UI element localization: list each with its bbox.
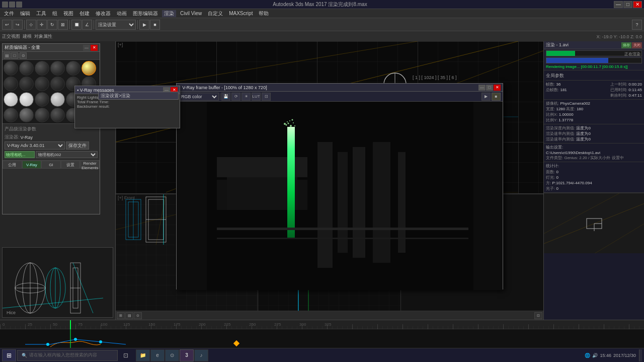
render-settings-strip: 渲染设置>渲染 [98, 92, 179, 100]
tb-scale[interactable]: ⊠ [58, 20, 68, 30]
tb-render-fb[interactable]: ■ [150, 20, 160, 30]
minimize-button[interactable]: — [614, 1, 623, 8]
menu-animation[interactable]: 动画 [115, 10, 129, 17]
tb-rotate[interactable]: ↻ [47, 20, 57, 30]
sub-mode-label: 建模 [23, 33, 32, 40]
taskbar-explorer[interactable]: 📁 [136, 349, 150, 361]
svg-text:275: 275 [274, 322, 281, 327]
fb-btn-lut[interactable]: LUT [252, 93, 261, 101]
camera-dropdown[interactable]: 物理相机002 [36, 151, 98, 158]
mat-ball-16[interactable] [50, 92, 65, 107]
fb-btn-reset[interactable]: ⟳ [231, 93, 240, 101]
menu-maxscript[interactable]: MAXScript [227, 11, 255, 16]
menu-custom[interactable]: 自定义 [206, 10, 225, 17]
fb-btn-render-start[interactable]: ▶ [481, 93, 491, 101]
tray-volume[interactable]: 🔊 [592, 353, 598, 358]
vray-frame-buffer: ▪ V-Ray frame buffer - [100% of 1280 x 7… [176, 83, 503, 289]
tab-settings[interactable]: 设置 [61, 161, 80, 169]
search-box[interactable]: 🔍 请在输入框内输入您想搜索的内容 [17, 350, 118, 361]
mat-toolbar-btn1[interactable]: ▤ [4, 52, 11, 59]
menu-group[interactable]: 组 [50, 10, 59, 17]
task-view-button[interactable]: ⊡ [119, 349, 133, 361]
tray-network[interactable]: 🌐 [585, 353, 590, 358]
vp-tb-btn2[interactable]: ▤ [125, 312, 133, 319]
tb-select[interactable]: ⊹ [26, 20, 36, 30]
fb-maximize[interactable]: □ [486, 85, 493, 91]
mat-ball-13[interactable] [4, 92, 18, 107]
mat-ball-3[interactable] [35, 61, 49, 76]
renderer-dropdown[interactable]: V-Ray Adv 3.40.01 [5, 141, 65, 150]
fb-btn-render-stop[interactable]: ■ [492, 93, 501, 101]
svg-rect-76 [217, 238, 468, 239]
menu-civil-view[interactable]: Civil View [178, 11, 204, 16]
menu-file[interactable]: 文件 [2, 10, 16, 17]
mat-minimize[interactable]: — [83, 45, 90, 51]
tb-undo[interactable]: ↩ [2, 20, 12, 30]
tab-vray[interactable]: V-Ray [22, 161, 42, 169]
mat-ball-5[interactable] [66, 61, 80, 76]
tab-gi[interactable]: GI [41, 161, 61, 169]
mat-ball-19[interactable] [4, 108, 18, 122]
close-button[interactable]: ✕ [633, 1, 642, 8]
taskbar-edge[interactable]: e [150, 349, 165, 361]
fb-btn-region[interactable]: ⊡ [262, 93, 271, 101]
tb-move[interactable]: ✛ [37, 20, 47, 30]
tb-render[interactable]: ▶ [139, 20, 149, 30]
fb-minimize[interactable]: — [478, 85, 486, 91]
mat-close[interactable]: ✕ [91, 45, 98, 51]
menu-view[interactable]: 视图 [61, 10, 75, 17]
menu-create[interactable]: 创建 [77, 10, 92, 17]
render-panel-close[interactable]: 关闭 [632, 42, 642, 48]
mat-ball-10[interactable] [50, 77, 65, 91]
render-panel-save[interactable]: 保存 [621, 42, 631, 48]
tray-show-desktop[interactable] [639, 349, 642, 361]
mat-ball-15[interactable] [35, 92, 49, 107]
fb-btn-exposure[interactable]: ☀ [242, 93, 251, 101]
fb-btn-save[interactable]: 💾 [221, 93, 230, 101]
vp-tb-btn3[interactable]: ⊙ [134, 312, 142, 319]
viewport-toolbar: ⊞ ▤ ⊙ ⊡ [116, 311, 543, 320]
tb-render-preset[interactable]: 渲染设置 [96, 20, 136, 30]
fb-channel-select[interactable]: RGB color [179, 93, 219, 101]
taskbar-extra[interactable]: ♪ [194, 349, 208, 361]
mat-toolbar-btn3[interactable]: ⊙ [20, 52, 27, 59]
tab-render-elements[interactable]: Render Elements [80, 161, 100, 169]
mat-ball-1[interactable] [4, 61, 18, 76]
mat-ball-2[interactable] [19, 61, 34, 76]
svg-text:125: 125 [123, 322, 130, 327]
mat-ball-7[interactable] [4, 77, 18, 91]
taskbar-3dsmax[interactable]: 3 [180, 349, 194, 361]
right-curve-area [544, 193, 644, 253]
mat-ball-21[interactable] [35, 108, 49, 122]
menu-help[interactable]: 帮助 [257, 10, 271, 17]
menu-modifier[interactable]: 修改器 [94, 10, 113, 17]
menu-tools[interactable]: 工具 [34, 10, 48, 17]
taskbar-chrome[interactable]: ⊙ [165, 349, 179, 361]
mat-ball-14[interactable] [19, 92, 34, 107]
tab-common[interactable]: 公用 [3, 161, 22, 169]
menu-graph-editor[interactable]: 图形编辑器 [131, 10, 160, 17]
window-controls[interactable]: — □ ✕ [614, 1, 642, 8]
mat-toolbar-btn2[interactable]: □ [11, 52, 18, 59]
mat-ball-8[interactable] [19, 77, 34, 91]
mat-ball-20[interactable] [19, 108, 34, 122]
vp-tb-end[interactable]: ⊡ [534, 312, 542, 319]
svg-point-59 [290, 125, 292, 127]
svg-point-67 [284, 123, 286, 125]
maximize-button[interactable]: □ [623, 1, 632, 8]
mat-ball-9[interactable] [35, 77, 49, 91]
fb-close[interactable]: ✕ [494, 85, 501, 91]
tb-redo[interactable]: ↪ [13, 20, 23, 30]
mat-ball-4[interactable] [50, 61, 65, 76]
tb-help[interactable]: ? [632, 20, 642, 30]
wireframe-thumbnails: Hice [2, 247, 113, 318]
mat-ball-6[interactable] [82, 61, 96, 76]
menu-edit[interactable]: 编辑 [18, 10, 32, 17]
tb-angle-snap[interactable]: ∠ [82, 20, 92, 30]
start-button[interactable]: ⊞ [2, 349, 16, 361]
vp-tb-btn1[interactable]: ⊞ [117, 312, 125, 319]
renderer-file-btn[interactable]: 保存文件 [66, 141, 89, 150]
mat-ball-22[interactable] [50, 108, 65, 122]
menu-render[interactable]: 渲染 [162, 10, 176, 17]
tb-snap[interactable]: 🔲 [71, 20, 82, 30]
